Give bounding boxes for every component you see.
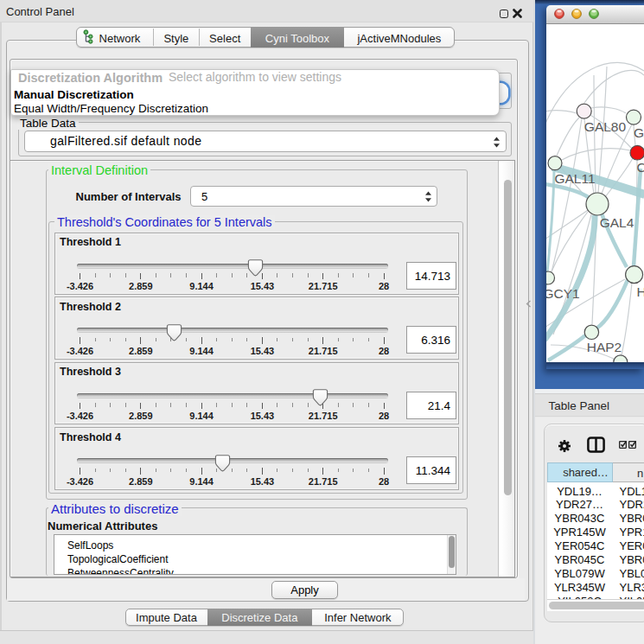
svg-text:HAP2: HAP2 — [587, 340, 622, 354]
svg-text:GAL11: GAL11 — [554, 171, 595, 186]
svg-text:GAL80: GAL80 — [584, 119, 627, 134]
svg-text:GCY1: GCY1 — [546, 286, 580, 301]
svg-text:GAL4: GAL4 — [600, 215, 634, 230]
svg-text:GAL1: GAL1 — [634, 125, 644, 140]
svg-text:HTB1: HTB1 — [637, 284, 644, 299]
svg-text:CDC2: CDC2 — [637, 160, 644, 175]
